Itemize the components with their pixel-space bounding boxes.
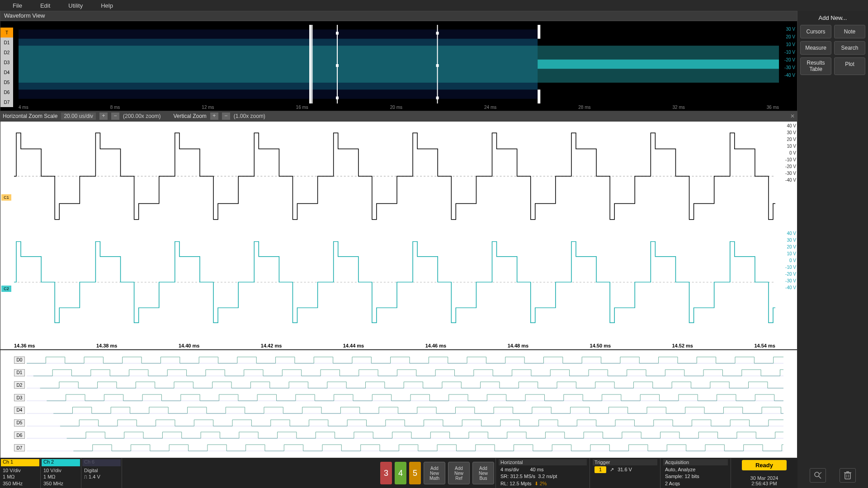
wf-scale2: 40 V [785,231,796,236]
trigger-level: 31.6 V [618,466,632,473]
add-ch4-button[interactable]: 4 [395,462,406,484]
wf-scale2: -20 V [785,272,796,277]
wf-time: 14.52 ms [672,343,693,348]
ch6-mode: Digital [84,467,119,474]
wf-scale1: 20 V [785,137,796,142]
digital-row-d5[interactable]: D5 [14,417,783,429]
overview-d3-label[interactable]: D3 [0,57,13,67]
ch1-tab[interactable]: Ch 1 [1,459,39,466]
trash-icon[interactable] [840,468,856,483]
wf-scale1: -40 V [785,178,796,183]
hzoom-value[interactable]: 20.00 us/div [61,113,96,120]
wf-scale1: 0 V [785,150,796,155]
menu-file[interactable]: File [4,2,31,9]
overview-d7-label[interactable]: D7 [0,97,13,107]
ch1-badge[interactable]: C1 [1,194,11,201]
menu-edit[interactable]: Edit [31,2,59,9]
ch1-panel[interactable]: Ch 1 10 V/div 1 MΩ 350 MHz [0,458,41,488]
horiz-win: 40 ms [530,467,543,472]
digital-label: D3 [14,394,25,401]
ch1-imp: 1 MΩ [3,474,38,480]
svg-rect-3 [538,60,779,69]
overview-trigger-marker[interactable]: T [0,28,13,38]
svg-rect-5 [310,25,313,103]
zoom-search-icon[interactable] [810,468,826,483]
overview-d6-label[interactable]: D6 [0,87,13,97]
ch6-tab[interactable]: Ch 6 [82,459,121,466]
digital-panel[interactable]: C6 D0 D1 D2 D3 D4 D5 D6 D7 [0,350,797,458]
vzoom-plus[interactable]: + [210,113,218,120]
svg-point-18 [815,472,819,477]
search-button[interactable]: Search [834,41,865,55]
waveform-main[interactable]: C1 C2 40 V 30 V 20 V [0,121,797,350]
ch2-panel[interactable]: Ch 2 10 V/div 1 MΩ 350 MHz [41,458,81,488]
overview-d1-label[interactable]: D1 [0,38,13,47]
ov-scale-v: 20 V [784,34,795,39]
digital-row-d6[interactable]: D6 [14,429,783,442]
horiz-scale: 4 ms/div [500,467,519,472]
ov-scale-v: -40 V [784,73,795,78]
digital-row-d4[interactable]: D4 [14,404,783,417]
hzoom-factor: (200.00x zoom) [123,113,160,119]
hzoom-minus[interactable]: − [111,113,119,120]
digital-label: D5 [14,419,25,427]
ch2-tab[interactable]: Ch 2 [42,459,80,466]
add-bus-button[interactable]: AddNewBus [472,462,494,484]
digital-row-d1[interactable]: D1 [14,366,783,379]
plot-button[interactable]: Plot [834,57,865,75]
ch2-scale: 10 V/div [43,467,78,474]
digital-row-d7[interactable]: D7 [14,441,783,454]
results-table-button[interactable]: ResultsTable [800,57,831,75]
digital-row-d3[interactable]: D3 [14,391,783,404]
waveform-overview[interactable]: T D1 D2 D3 D4 D5 D6 D7 [0,21,797,111]
horizontal-panel[interactable]: Horizontal 4 ms/div 40 ms SR: 312.5 MS/s… [495,458,590,488]
wf-time: 14.48 ms [508,343,528,348]
overview-d5-label[interactable]: D5 [0,77,13,87]
ch6-thresh: ⎍ 1.4 V [84,474,119,480]
horiz-pct: ⬇ 2% [534,481,547,486]
svg-rect-9 [336,97,339,99]
wf-time: 14.40 ms [179,343,199,348]
ch6-panel[interactable]: Ch 6 Digital ⎍ 1.4 V [81,458,122,488]
add-new-header: Add New... [800,14,865,22]
overview-d2-label[interactable]: D2 [0,47,13,57]
menu-utility[interactable]: Utility [59,2,92,9]
hzoom-plus[interactable]: + [99,113,108,120]
ready-button[interactable]: Ready [742,460,787,470]
digital-row-d0[interactable]: D0 [14,354,783,366]
add-ch5-button[interactable]: 5 [409,462,421,484]
wf-scale2: -10 V [785,265,796,270]
menu-help[interactable]: Help [92,2,122,9]
measure-button[interactable]: Measure [800,41,831,55]
vzoom-minus[interactable]: − [222,113,230,120]
svg-rect-7 [336,32,339,34]
cursors-button[interactable]: Cursors [800,25,831,38]
zoom-close-icon[interactable]: ✕ [790,113,795,119]
hzoom-label: Horizontal Zoom Scale [3,113,57,119]
time-display: 2:56:43 PM [750,481,778,486]
trigger-edge-icon: ↗ [610,466,614,473]
acquisition-panel[interactable]: Acquisition Auto, Analyze Sample: 12 bit… [660,458,731,488]
waveform-view-header: Waveform View [0,11,797,21]
svg-rect-14 [538,25,540,39]
acq-mode: Auto, Analyze [665,466,726,473]
svg-rect-8 [336,64,339,67]
trigger-panel[interactable]: Trigger 1 ↗ 31.6 V [590,458,660,488]
add-ch3-button[interactable]: 3 [380,462,392,484]
wf-scale2: 10 V [785,251,796,256]
digital-row-d2[interactable]: D2 [14,379,783,392]
acq-header: Acquisition [663,459,728,465]
wf-scale2: 0 V [785,258,796,263]
ov-time: 16 ms [296,105,308,110]
ov-scale-v: 10 V [784,42,795,47]
overview-d4-label[interactable]: D4 [0,67,13,77]
ch2-badge[interactable]: C2 [1,286,11,292]
add-math-button[interactable]: AddNewMath [424,462,445,484]
add-ref-button[interactable]: AddNewRef [448,462,470,484]
note-button[interactable]: Note [834,25,865,38]
ov-scale-v: -10 V [784,50,795,55]
digital-label: D2 [14,381,25,389]
wf-time: 14.36 ms [14,343,35,348]
wf-scale2: -40 V [785,285,796,290]
wf-scale1: 40 V [785,123,796,128]
